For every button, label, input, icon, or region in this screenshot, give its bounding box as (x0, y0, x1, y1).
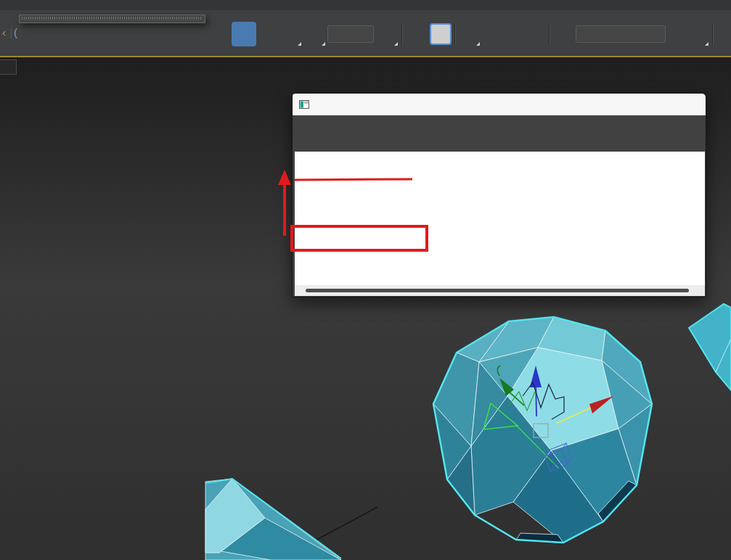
maximize-button (642, 94, 674, 115)
scrollbar-thumb[interactable] (306, 289, 689, 292)
use-pivot-center-button[interactable] (377, 22, 399, 46)
dialog-titlebar[interactable] (293, 94, 706, 115)
application-window: ‹ | ( (0, 0, 731, 560)
spinner-snap-button[interactable] (526, 22, 547, 46)
horizontal-scrollbar[interactable] (295, 285, 705, 296)
snap-toggle-3d-button[interactable] (457, 22, 481, 46)
map-channel-info-dialog (292, 93, 706, 297)
select-manipulate-button[interactable] (406, 22, 429, 46)
viewport-partial-label (0, 59, 17, 75)
select-move-button[interactable] (232, 22, 256, 46)
select-object-button[interactable] (205, 22, 229, 46)
minimize-button[interactable] (610, 94, 642, 115)
active-viewport-border (0, 56, 731, 57)
mirror-button[interactable] (669, 22, 687, 46)
tools-menu-popup (19, 15, 205, 23)
toolbar-separator (454, 23, 456, 45)
angle-snap-button[interactable] (482, 22, 502, 46)
named-selection-set-dropdown[interactable] (576, 25, 666, 43)
toolbar-separator (549, 23, 550, 45)
reference-coordinate-dropdown[interactable] (327, 25, 374, 43)
close-button[interactable] (674, 94, 706, 115)
redo-icon-partial[interactable]: ( (14, 26, 17, 38)
toolbar-separator (712, 23, 714, 45)
channel-table[interactable] (295, 152, 705, 285)
annotation-rectangle (290, 225, 428, 252)
keyboard-override-toggle[interactable] (430, 23, 452, 45)
dialog-toolbar (293, 115, 706, 137)
copy-buffer-status (293, 137, 706, 152)
percent-snap-button[interactable] (504, 22, 525, 46)
window-icon (299, 99, 310, 110)
select-place-button[interactable] (304, 22, 326, 46)
select-rotate-button[interactable] (258, 22, 279, 46)
align-button[interactable] (690, 22, 709, 46)
toggle-scene-explorer-button[interactable] (716, 22, 731, 46)
toolbar-separator: | (9, 26, 12, 38)
menubar (0, 0, 731, 10)
edit-named-selection-sets-button[interactable] (555, 22, 573, 46)
toolbar-separator (401, 23, 403, 45)
select-scale-button[interactable] (280, 22, 302, 46)
menu-tearoff-strip[interactable] (22, 17, 203, 20)
undo-icon-partial[interactable]: ‹ (2, 26, 6, 38)
